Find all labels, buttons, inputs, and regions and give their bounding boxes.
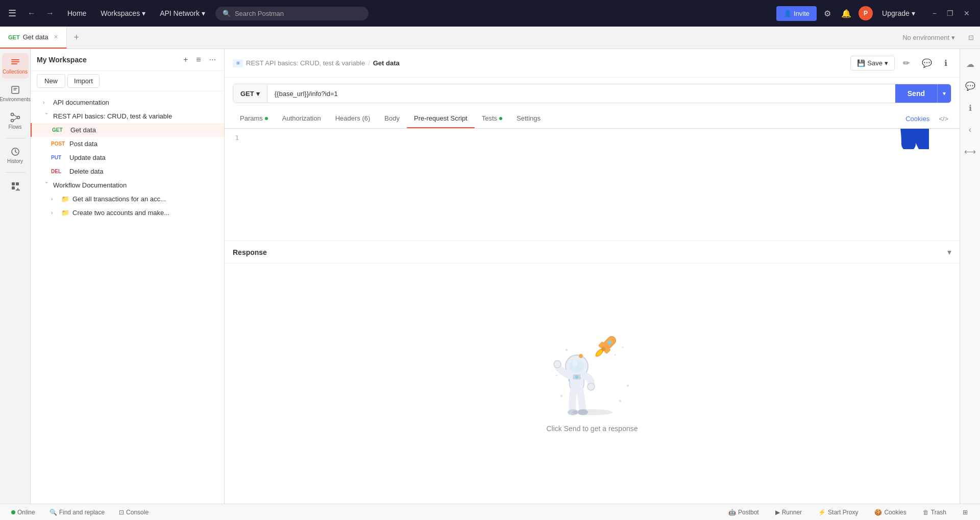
environments-icon bbox=[10, 85, 20, 95]
breadcrumb-current: Get data bbox=[373, 59, 400, 67]
postbot-button[interactable]: 🤖 Postbot bbox=[724, 507, 763, 517]
right-sidebar-collapse-button[interactable]: ‹ bbox=[965, 121, 975, 138]
svg-point-32 bbox=[554, 361, 561, 368]
response-section: Response ▾ bbox=[225, 241, 960, 504]
tree-item-folder1[interactable]: › 📁 Get all transactions for an acc... bbox=[31, 192, 224, 206]
tree-item-rest-api[interactable]: › REST API basics: CRUD, test & variable bbox=[31, 109, 224, 123]
edit-icon-button[interactable]: ✏ bbox=[899, 55, 914, 71]
right-sidebar-resize-button[interactable]: ⟷ bbox=[960, 143, 980, 160]
tree-item-api-docs[interactable]: › API documentation bbox=[31, 96, 224, 109]
request-tabs: Params Authorization Headers (6) Body Pr… bbox=[225, 109, 960, 129]
tab-settings[interactable]: Settings bbox=[509, 109, 548, 128]
tab-close-icon[interactable]: ✕ bbox=[54, 34, 58, 40]
tab-tests[interactable]: Tests bbox=[475, 109, 509, 128]
upgrade-button[interactable]: Upgrade ▾ bbox=[877, 6, 920, 20]
save-button[interactable]: 💾 Save ▾ bbox=[850, 56, 895, 70]
settings-icon-button[interactable]: ⚙ bbox=[821, 6, 834, 21]
console-icon: ⊡ bbox=[119, 509, 124, 516]
svg-point-16 bbox=[556, 375, 557, 376]
script-editor[interactable]: 1 bbox=[225, 129, 960, 241]
filter-button[interactable]: ≡ bbox=[194, 53, 203, 66]
console-button[interactable]: ⊡ Console bbox=[116, 508, 152, 517]
runner-button[interactable]: ▶ Runner bbox=[771, 507, 806, 517]
add-collection-button[interactable]: + bbox=[181, 53, 190, 66]
save-icon: 💾 bbox=[857, 59, 865, 67]
sidebar-item-flows[interactable]: Flows bbox=[2, 108, 29, 134]
response-collapse-button[interactable]: ▾ bbox=[947, 247, 951, 257]
url-input[interactable] bbox=[267, 85, 895, 103]
svg-rect-8 bbox=[12, 182, 15, 185]
breadcrumb-icon: ⊞ bbox=[233, 59, 243, 67]
search-bar[interactable]: 🔍 Search Postman bbox=[215, 7, 369, 20]
svg-point-36 bbox=[579, 354, 583, 358]
forward-button[interactable]: → bbox=[43, 7, 57, 20]
sidebar-item-collections[interactable]: Collections bbox=[2, 53, 29, 79]
api-network-dropdown[interactable]: API Network ▾ bbox=[156, 7, 209, 19]
chevron-icon: › bbox=[44, 182, 50, 189]
request-header: ⊞ REST API basics: CRUD, test & variable… bbox=[225, 49, 960, 78]
grid-status-button[interactable]: ⊞ bbox=[959, 507, 972, 517]
tab-body[interactable]: Body bbox=[377, 109, 407, 128]
environments-label: Environments bbox=[0, 97, 31, 102]
tab-authorization[interactable]: Authorization bbox=[275, 109, 328, 128]
close-button[interactable]: ✕ bbox=[960, 7, 974, 19]
cookies-status-button[interactable]: 🍪 Cookies bbox=[870, 507, 910, 517]
send-dropdown-button[interactable]: ▾ bbox=[937, 84, 951, 103]
sidebar-item-history[interactable]: History bbox=[2, 143, 29, 168]
new-button[interactable]: New bbox=[37, 74, 65, 88]
active-tab[interactable]: GET Get data ✕ bbox=[0, 27, 67, 49]
import-button[interactable]: Import bbox=[67, 74, 100, 88]
online-label: Online bbox=[17, 509, 35, 516]
add-tab-button[interactable]: + bbox=[67, 27, 87, 49]
invite-button[interactable]: 👤 Invite bbox=[776, 6, 817, 21]
method-select[interactable]: GET ▾ bbox=[233, 85, 267, 103]
tab-spacer bbox=[86, 27, 895, 49]
code-view-button[interactable]: </> bbox=[936, 113, 951, 125]
tab-headers[interactable]: Headers (6) bbox=[328, 109, 378, 128]
right-sidebar-comments-button[interactable]: 💬 bbox=[961, 77, 979, 95]
info-icon-button[interactable]: ℹ bbox=[940, 55, 951, 71]
status-online[interactable]: Online bbox=[8, 508, 38, 517]
tree-item-label: Get all transactions for an acc... bbox=[72, 195, 166, 203]
environment-selector[interactable]: No environment ▾ bbox=[895, 27, 962, 49]
send-button[interactable]: Send bbox=[895, 84, 937, 103]
svg-point-39 bbox=[560, 395, 562, 397]
postman-avatar[interactable]: P bbox=[859, 6, 873, 20]
back-button[interactable]: ← bbox=[24, 7, 39, 20]
view-toggle-button[interactable]: ⊡ bbox=[962, 27, 980, 49]
workspaces-dropdown[interactable]: Workspaces ▾ bbox=[96, 7, 150, 19]
more-options-button[interactable]: ··· bbox=[207, 53, 218, 66]
tree-item-get-data[interactable]: GET Get data bbox=[31, 123, 224, 137]
tree-item-folder2[interactable]: › 📁 Create two accounts and make... bbox=[31, 206, 224, 220]
sidebar-item-more[interactable] bbox=[2, 177, 29, 195]
tab-pre-request-script[interactable]: Pre-request Script bbox=[407, 109, 475, 128]
tab-params[interactable]: Params bbox=[233, 109, 275, 128]
nav-buttons: ← → bbox=[24, 7, 57, 20]
titlebar: ☰ ← → Home Workspaces ▾ API Network ▾ 🔍 … bbox=[0, 0, 980, 27]
maximize-button[interactable]: ❐ bbox=[943, 7, 958, 19]
svg-point-14 bbox=[566, 349, 568, 351]
tree-item-label: Create two accounts and make... bbox=[72, 209, 169, 217]
find-replace-button[interactable]: 🔍 Find and replace bbox=[46, 508, 108, 517]
sidebar-item-environments[interactable]: Environments bbox=[2, 81, 29, 106]
cookies-tab-link[interactable]: Cookies bbox=[901, 115, 934, 123]
minimize-button[interactable]: − bbox=[928, 7, 941, 19]
method-badge-post: POST bbox=[51, 141, 66, 147]
notifications-icon-button[interactable]: 🔔 bbox=[838, 6, 854, 21]
method-badge-del: DEL bbox=[51, 169, 66, 174]
home-link[interactable]: Home bbox=[63, 7, 90, 19]
tests-dot bbox=[499, 117, 502, 120]
menu-icon[interactable]: ☰ bbox=[6, 6, 18, 21]
comment-icon-button[interactable]: 💬 bbox=[918, 55, 936, 71]
tree-item-delete-data[interactable]: DEL Delete data bbox=[31, 164, 224, 178]
search-placeholder: Search Postman bbox=[235, 10, 284, 17]
start-proxy-button[interactable]: ⚡ Start Proxy bbox=[814, 507, 862, 517]
tree-item-update-data[interactable]: PUT Update data bbox=[31, 151, 224, 164]
right-sidebar-info-button[interactable]: ℹ bbox=[965, 99, 976, 117]
collections-tree: › API documentation › REST API basics: C… bbox=[31, 91, 224, 504]
trash-button[interactable]: 🗑 Trash bbox=[919, 507, 950, 517]
tree-item-workflow-docs[interactable]: › Workflow Documentation bbox=[31, 178, 224, 192]
tree-item-post-data[interactable]: POST Post data bbox=[31, 137, 224, 151]
right-sidebar-cloud-button[interactable]: ☁ bbox=[962, 55, 978, 73]
breadcrumb: ⊞ REST API basics: CRUD, test & variable… bbox=[233, 59, 846, 67]
